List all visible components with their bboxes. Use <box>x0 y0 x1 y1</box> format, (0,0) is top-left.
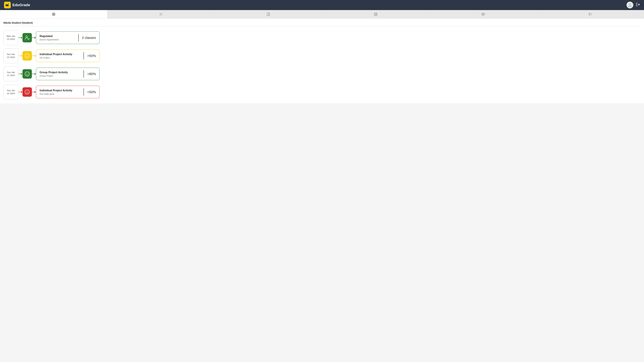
app-header: EduGrade <box>0 0 644 10</box>
arrow-icon <box>34 73 36 75</box>
arrow-icon <box>34 91 36 93</box>
logout-button[interactable] <box>636 2 640 7</box>
arrow-icon <box>21 73 22 75</box>
svg-point-24 <box>28 55 28 56</box>
svg-point-23 <box>26 55 27 56</box>
arrow-icon <box>21 37 22 39</box>
info-card[interactable]: Individual Project Activity Not really g… <box>36 86 100 98</box>
svg-point-22 <box>25 54 29 58</box>
info-card-divider <box>84 52 84 59</box>
info-card-title: Regulated <box>40 35 75 38</box>
connector-right-3 <box>32 73 36 75</box>
info-card-divider <box>78 34 79 41</box>
status-icon-box <box>22 69 32 79</box>
svg-rect-18 <box>589 14 590 15</box>
activity-row: Mon Jan 22 2024 Regula <box>3 30 641 45</box>
info-card-value: 2 classes <box>82 36 96 40</box>
info-card[interactable]: Group Project Activity Group Project >80… <box>36 67 100 80</box>
info-card-value: >50% <box>87 54 96 58</box>
svg-point-27 <box>26 73 27 74</box>
connector-line <box>32 56 34 56</box>
info-card-value: <50% <box>87 90 96 94</box>
svg-point-28 <box>28 73 28 74</box>
arrow-icon <box>34 55 36 57</box>
avatar[interactable] <box>626 2 633 8</box>
connector-line <box>18 92 21 92</box>
svg-marker-15 <box>482 13 484 14</box>
info-card-title: Individual Project Activity <box>40 53 80 56</box>
tab-calendar[interactable] <box>322 10 430 18</box>
svg-point-21 <box>26 36 28 37</box>
tab-radio[interactable] <box>0 10 107 18</box>
student-name: Nikola Student (Student) <box>3 21 641 26</box>
info-card-text: Individual Project Activity Not really g… <box>40 89 80 95</box>
connector-left-1 <box>18 37 22 39</box>
date-box: Mon Jan 22 2024 <box>3 30 18 45</box>
connector-line <box>18 37 21 38</box>
svg-point-26 <box>25 72 29 76</box>
date-box: Sun Jan 21 2024 <box>3 85 18 99</box>
tab-tasks[interactable] <box>107 10 215 18</box>
logo-container: EduGrade <box>4 2 30 8</box>
navigation-tabs <box>0 10 644 18</box>
logo-icon <box>4 2 11 8</box>
connector-right-1 <box>32 37 36 39</box>
svg-point-31 <box>28 91 28 92</box>
connector-line <box>18 74 21 74</box>
connector-line <box>32 37 34 38</box>
info-card[interactable]: Regulated Doctor Appointment 2 classes <box>36 31 100 44</box>
info-card-divider <box>84 70 84 78</box>
activity-row: Sun Jan 21 2024 Individua <box>3 48 641 63</box>
arrow-icon <box>21 91 22 93</box>
info-card-divider <box>84 88 84 96</box>
connector-right-4 <box>32 91 36 93</box>
svg-rect-17 <box>589 13 590 14</box>
info-card-text: Regulated Doctor Appointment <box>40 35 75 41</box>
connector-left-3 <box>18 73 22 75</box>
date-box: Sun Jan 21 2024 <box>3 66 18 81</box>
activity-row: Sun Jan 21 2024 Group Pro <box>3 66 641 81</box>
logo-text: EduGrade <box>12 3 30 7</box>
connector-line <box>32 74 34 74</box>
activity-row: Sun Jan 21 2024 Individua <box>3 85 641 99</box>
tab-file[interactable] <box>215 10 322 18</box>
info-card-subtitle: Ok Project <box>40 56 80 59</box>
svg-rect-0 <box>5 4 9 6</box>
svg-point-6 <box>53 14 54 15</box>
info-card-title: Group Project Activity <box>40 71 80 74</box>
connector-right-2 <box>32 55 36 57</box>
activity-list: Mon Jan 22 2024 Regula <box>3 29 641 101</box>
svg-point-29 <box>25 90 29 94</box>
info-card-value: >80% <box>87 72 96 76</box>
tab-graduation[interactable] <box>430 10 537 18</box>
arrow-icon <box>34 37 36 39</box>
svg-point-30 <box>26 91 27 92</box>
page-content: Nikola Student (Student) Mon Jan 22 2024 <box>0 18 644 103</box>
info-card[interactable]: Individual Project Activity Ok Project >… <box>36 49 100 62</box>
connector-left-2 <box>18 55 22 57</box>
info-card-title: Individual Project Activity <box>40 89 80 92</box>
info-card-subtitle: Group Project <box>40 75 80 77</box>
arrow-icon <box>21 55 22 57</box>
svg-point-3 <box>629 3 631 5</box>
header-actions <box>626 2 640 8</box>
connector-left-4 <box>18 91 22 93</box>
tab-list[interactable] <box>537 10 644 18</box>
info-card-subtitle: Not really good <box>40 93 80 95</box>
info-card-text: Individual Project Activity Ok Project <box>40 53 80 59</box>
info-card-subtitle: Doctor Appointment <box>40 38 75 41</box>
info-card-text: Group Project Activity Group Project <box>40 71 80 77</box>
connector-line <box>18 56 21 56</box>
connector-line <box>32 92 34 92</box>
status-icon-box <box>22 87 32 97</box>
date-box: Sun Jan 21 2024 <box>3 48 18 63</box>
status-icon-box <box>22 33 32 42</box>
status-icon-box <box>22 51 32 60</box>
